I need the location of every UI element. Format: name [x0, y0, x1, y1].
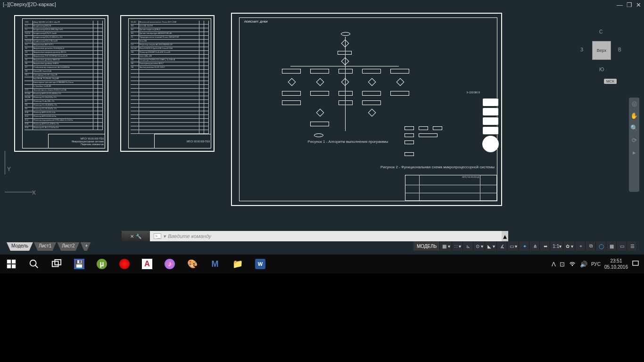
- table-row: D3Микросхема микроконтроллер 89C51: [25, 51, 103, 55]
- table-row: C1Конденсатор К50-16: [25, 25, 103, 28]
- table-row: B4Датчик скорости ДУМ-3: [131, 28, 209, 32]
- polar-icon[interactable]: ⊙ ▾: [474, 242, 485, 250]
- svg-rect-1: [12, 260, 16, 263]
- viewcube-top-face[interactable]: Верх: [592, 41, 611, 60]
- app-m-icon[interactable]: M: [204, 255, 226, 273]
- scale-button[interactable]: 1:1 ▾: [551, 242, 563, 250]
- zoom-icon[interactable]: 🔍: [630, 124, 638, 132]
- cycling-icon[interactable]: ⬌: [541, 242, 550, 250]
- lineweight-icon[interactable]: ✦: [520, 242, 529, 250]
- table-row: C5Конденсатор К10-17-630-0.1н 5%: [25, 36, 103, 40]
- isolate-icon[interactable]: ⧉: [586, 242, 596, 250]
- minimize-button[interactable]: —: [617, 1, 623, 9]
- search-button[interactable]: [23, 255, 45, 273]
- orbit-icon[interactable]: ⟳: [630, 137, 638, 144]
- steering-wheel-icon[interactable]: ◎: [630, 100, 638, 107]
- app-utorrent-icon[interactable]: µ: [91, 255, 113, 273]
- tab-list2[interactable]: Лист2: [57, 242, 79, 251]
- transparency-icon[interactable]: ⋔: [530, 242, 540, 250]
- table-row: D2Микросхема делитель К155ИД14-3: [25, 47, 103, 51]
- table-row: D6Микросхема драйвер К1ФП4: [25, 62, 103, 66]
- title-block-3: МПСУ 00.00.000 Д1: [405, 175, 497, 201]
- task-view-button[interactable]: [45, 255, 68, 273]
- tray-volume-icon[interactable]: 🔊: [580, 261, 587, 268]
- tab-list1[interactable]: Лист1: [34, 242, 56, 251]
- tray-chevron-icon[interactable]: ᐱ: [552, 261, 556, 268]
- table-row: R13Резистор МЛТ-0.5-470Ом 1%: [25, 123, 103, 126]
- functional-scheme: 3~220/380 В: [400, 91, 499, 164]
- tray-clock[interactable]: 23:51 05.10.2016: [604, 258, 628, 270]
- table-row: C3,C4Конденсатор К73-17-1мкФ: [25, 32, 103, 36]
- table-row: U1Регулятор напряж AC-NCI2032W5-DC: [131, 43, 209, 47]
- otrack-icon[interactable]: ▭ ▾: [508, 242, 520, 250]
- table-row: G6Фильтр разъема К2-10 15ПгТ: [131, 66, 209, 70]
- drawing-code: МПСУ 00.00.000 ПЭ3: [187, 140, 210, 143]
- app-explorer-icon[interactable]: 📁: [226, 255, 249, 273]
- table-row: R7Резистор С2-А-200н 1%: [25, 100, 103, 104]
- drawing-sheet-1[interactable]: VD1Диод КД503Б I=0.2A U обр=30C1Конденса…: [14, 15, 108, 152]
- table-row: D8Uвых=5В, Iвых=2mA: [25, 70, 103, 74]
- cmd-expand-icon[interactable]: ▴: [502, 231, 508, 241]
- app-autocad-icon[interactable]: A: [136, 255, 158, 273]
- command-input[interactable]: >_ ▾ Введите команду: [150, 231, 502, 241]
- app-itunes-icon[interactable]: ♪: [158, 255, 181, 273]
- flowchart: [268, 32, 419, 140]
- table-row: G1,G2Реле К292/3,5 Uраб=12В, Imax=0.25А: [131, 47, 209, 51]
- navigation-bar: ◎ ✋ 🔍 ⟳ ▸: [629, 98, 639, 192]
- model-space-button[interactable]: МОДЕЛЬ: [414, 242, 440, 250]
- app-save-icon[interactable]: 💾: [68, 255, 91, 273]
- tray-language[interactable]: РУС: [591, 262, 601, 267]
- tab-add[interactable]: +: [81, 242, 91, 251]
- ortho-icon[interactable]: ⊾: [464, 242, 473, 250]
- table-row: VD1Диод КД503Б I=0.2A U обр=30: [25, 21, 103, 25]
- table-row: D7Стабилизатор напряжения 5А К142ЕН1А: [25, 66, 103, 70]
- add-icon[interactable]: ＋: [576, 242, 586, 250]
- layout-tabs: Модель Лист1 Лист2 +: [7, 242, 91, 251]
- tab-model[interactable]: Модель: [7, 242, 33, 251]
- annotation-icon[interactable]: ▭: [618, 242, 627, 250]
- table-row: R8Резистор С2-29-300Ом 1%: [25, 104, 103, 107]
- pan-icon[interactable]: ✋: [630, 112, 638, 120]
- title-block-2: МПСУ 00.00.000 ПЭ3: [154, 134, 211, 148]
- table-row: D1Микросхема АЛУ К7Т1: [25, 43, 103, 47]
- app-word-icon[interactable]: W: [249, 255, 272, 273]
- wcs-badge[interactable]: МСК: [604, 79, 617, 84]
- showmotion-icon[interactable]: ▸: [630, 149, 638, 156]
- tray-network-icon[interactable]: ⊡: [560, 261, 565, 268]
- isodraft-icon[interactable]: ◣ ▾: [486, 242, 497, 250]
- table-row: R12Резистор подстроечный СП3-14А-0.5-1.0…: [25, 119, 103, 123]
- svg-line-5: [35, 265, 38, 268]
- snap-icon[interactable]: ∷ ▾: [453, 242, 463, 250]
- hardware-accel-icon[interactable]: ◯: [597, 242, 606, 250]
- tray-notifications-icon[interactable]: [632, 260, 639, 269]
- app-paint-icon[interactable]: 🎨: [181, 255, 204, 273]
- osnap-icon[interactable]: ∡: [498, 242, 507, 250]
- status-bar: МОДЕЛЬ ▦ ▾ ∷ ▾ ⊾ ⊙ ▾ ◣ ▾ ∡ ▭ ▾ ✦ ⋔ ⬌ 1:1…: [413, 241, 638, 251]
- table-row: R10Резистор МЛТ-0.125-1.6к: [25, 111, 103, 115]
- table-row: B1,B2Магнитный выключатель Omron В2Т-103…: [131, 21, 209, 25]
- cad-application: [–][Сверху][2D-каркас] — ❐ ✕ VD1Диод КД5…: [0, 0, 644, 255]
- command-handle[interactable]: ✕ 🔧: [122, 231, 150, 241]
- svg-point-4: [30, 260, 36, 266]
- grid-icon[interactable]: ▦ ▾: [441, 242, 452, 250]
- start-button[interactable]: [0, 255, 23, 273]
- maximize-button[interactable]: ❐: [627, 1, 632, 9]
- table-row: B3I=ст-1А, U=223: [131, 25, 209, 28]
- titlebar: [–][Сверху][2D-каркас] — ❐ ✕: [0, 0, 644, 10]
- drawing-sheet-2[interactable]: B1,B2Магнитный выключатель Omron В2Т-103…: [120, 15, 215, 152]
- clean-screen-icon[interactable]: ▦: [607, 242, 617, 250]
- table-row: R5,R6Резистор С2-29-0.5Ом 1%: [25, 96, 103, 100]
- cmd-wrench-icon[interactable]: 🔧: [136, 234, 141, 239]
- table-row: R9Резистор С2-29-10кОм 1%: [25, 107, 103, 111]
- cmd-close-icon[interactable]: ✕: [130, 234, 134, 239]
- app-opera-icon[interactable]: [113, 255, 136, 273]
- viewcube[interactable]: С Ю З В Верх: [580, 29, 623, 72]
- customization-icon[interactable]: ☰: [628, 242, 637, 250]
- table-row: R14Резистор К1-35-2-1.5кОм-5%: [25, 126, 103, 130]
- tray-wifi-icon[interactable]: [569, 260, 576, 269]
- drawing-sheet-3[interactable]: ПОЯСНИТ. ДУКИ: [231, 13, 502, 206]
- svg-rect-0: [7, 260, 11, 263]
- drawing-area[interactable]: VD1Диод КД503Б I=0.2A U обр=30C1Конденса…: [0, 10, 644, 226]
- gear-icon[interactable]: ✿ ▾: [564, 242, 575, 250]
- close-button[interactable]: ✕: [636, 1, 641, 9]
